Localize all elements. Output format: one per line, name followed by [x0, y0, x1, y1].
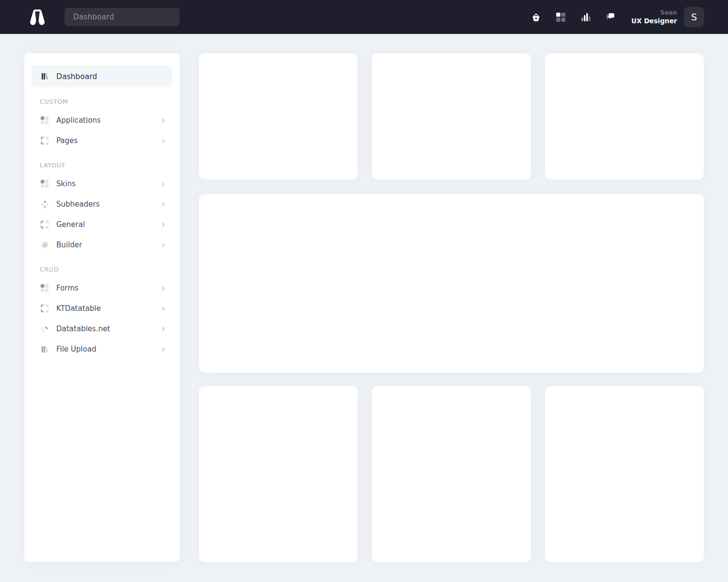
frame-icon: [40, 136, 50, 145]
chevron-right-icon: [160, 138, 166, 144]
grid4-icon: [40, 179, 50, 188]
grid4-icon: [40, 116, 50, 125]
main-content: [199, 53, 704, 562]
sidebar-item-forms[interactable]: Forms: [32, 278, 172, 298]
placeholder-card: [372, 386, 530, 562]
bar-chart-icon: [580, 12, 591, 22]
sidebar-item-applications[interactable]: Applications: [32, 110, 172, 130]
sidebar-section-layout: LAYOUT: [40, 162, 172, 169]
grid-icon: [556, 12, 566, 22]
placeholder-card: [545, 53, 704, 179]
sidebar-section-custom: CUSTOM: [40, 98, 172, 105]
top-card-row: [199, 53, 704, 179]
chevron-right-icon: [160, 181, 166, 187]
frame-icon: [40, 220, 50, 229]
chevron-right-icon: [160, 117, 166, 124]
chevron-right-icon: [160, 306, 166, 312]
sidebar-item-ktdatatable[interactable]: KTDatatable: [32, 298, 172, 319]
basket-icon: [530, 12, 542, 23]
sidebar-item-file-upload[interactable]: File Upload: [32, 339, 172, 359]
chevron-right-icon: [160, 242, 166, 248]
logo-icon: [27, 6, 48, 28]
sidebar-item-label: Dashboard: [56, 72, 97, 81]
user-menu[interactable]: Sean UX Designer S: [631, 7, 704, 27]
library-icon: [40, 72, 50, 81]
placeholder-card: [199, 386, 358, 562]
chat-button[interactable]: [605, 11, 616, 23]
page-title-input[interactable]: [65, 8, 180, 26]
chevron-right-icon: [160, 201, 166, 208]
bottom-card-row: [199, 386, 704, 562]
sidebar-item-label: Skins: [56, 179, 76, 188]
placeholder-card: [545, 386, 704, 562]
sidebar-item-datatables-net[interactable]: Datatables.net: [32, 319, 172, 339]
user-name: Sean: [631, 9, 677, 16]
shield-check-icon: [40, 241, 50, 250]
sidebar-item-builder[interactable]: Builder: [32, 235, 172, 255]
frame-icon: [40, 304, 50, 313]
grid4-icon: [40, 284, 50, 292]
sidebar-item-skins[interactable]: Skins: [32, 174, 172, 194]
sidebar-item-label: Pages: [56, 136, 78, 145]
page-body: Dashboard CUSTOM Applications: [0, 34, 728, 562]
sidebar-item-label: Applications: [56, 116, 101, 125]
sidebar-item-pages[interactable]: Pages: [32, 130, 172, 151]
sidebar-item-label: Datatables.net: [56, 324, 110, 333]
sidebar: Dashboard CUSTOM Applications: [24, 53, 180, 562]
sidebar-item-label: KTDatatable: [56, 304, 101, 313]
sidebar-item-label: Builder: [56, 241, 82, 249]
sidebar-section-crud: CRUD: [40, 266, 172, 273]
user-role: UX Designer: [631, 17, 677, 25]
avatar[interactable]: S: [684, 7, 704, 27]
placeholder-card-wide: [199, 194, 704, 372]
chevron-right-icon: [160, 285, 166, 291]
sidebar-item-subheaders[interactable]: Subheaders: [32, 194, 172, 214]
user-info: Sean UX Designer: [631, 9, 677, 26]
sidebar-item-label: Forms: [56, 284, 79, 292]
bar-chart-button[interactable]: [580, 11, 592, 23]
sidebar-item-dashboard[interactable]: Dashboard: [32, 65, 172, 87]
grid-button[interactable]: [555, 11, 567, 23]
sidebar-item-label: General: [56, 220, 85, 229]
spark-icon: [40, 324, 50, 334]
basket-button[interactable]: [530, 11, 542, 23]
library-icon: [40, 345, 50, 354]
avatar-initial: S: [691, 12, 697, 22]
diamonds-icon: [40, 200, 50, 209]
chat-icon: [605, 12, 616, 23]
chevron-right-icon: [160, 346, 166, 353]
chevron-right-icon: [160, 222, 166, 228]
sidebar-item-general[interactable]: General: [32, 214, 172, 235]
header-actions: Sean UX Designer S: [530, 7, 704, 27]
chevron-right-icon: [160, 326, 166, 332]
placeholder-card: [372, 53, 530, 179]
sidebar-item-label: Subheaders: [56, 200, 99, 209]
metronic-m-logo[interactable]: [27, 6, 48, 28]
placeholder-card: [199, 53, 358, 179]
top-header: Sean UX Designer S: [0, 0, 728, 34]
sidebar-item-label: File Upload: [56, 345, 96, 354]
